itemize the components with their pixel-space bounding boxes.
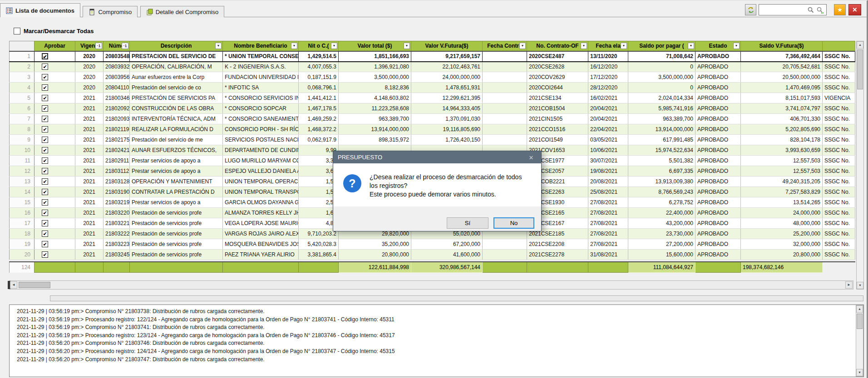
favorites-button[interactable]: ★ [834, 4, 846, 15]
grid-header-vigencia[interactable]: Vigenc·1 [75, 41, 104, 51]
cell-aprobar[interactable]: ✔ [35, 197, 75, 208]
approve-checkbox[interactable]: ✔ [42, 95, 48, 101]
cell-contrato[interactable]: 2020CSE2487 [527, 51, 588, 62]
cell-ssgc[interactable]: SSGC No. [823, 187, 855, 197]
cell-numero[interactable]: 21802093 [104, 114, 130, 124]
cell-saldo_vfutura[interactable]: 25,200,000 [741, 229, 823, 239]
cell-valor_total[interactable]: 13,914,000,000 [339, 124, 411, 135]
cell-vigencia[interactable]: 2021 [75, 239, 104, 250]
cell-vigencia[interactable]: 2021 [75, 208, 104, 218]
cell-aprobar[interactable]: ✔ [35, 187, 75, 197]
cell-estado[interactable]: APROBADO [695, 135, 741, 145]
cell-saldo_vfutura[interactable]: 7,257,583,829 [741, 187, 823, 197]
cell-aprobar[interactable]: ✔ [35, 124, 75, 135]
grid-hscrollbar[interactable]: ◄ ► [9, 280, 853, 290]
filter-icon[interactable]: ▼ [404, 43, 410, 49]
scroll-up-button[interactable]: ▲ [857, 41, 863, 49]
cell-saldo_vfutura[interactable]: 20,500,000,000 [741, 72, 823, 83]
cell-descripcion[interactable]: Prestar servicios de apoyo a [130, 166, 223, 177]
cell-estado[interactable]: APROBADO [695, 103, 741, 114]
cell-valor_vfutura[interactable]: 41,600,000 [411, 250, 483, 260]
cell-num[interactable]: 12 [10, 166, 35, 177]
cell-ssgc[interactable]: SSGC No. [823, 145, 855, 156]
cell-saldo_vfutura[interactable]: 32,000,000 [741, 239, 823, 250]
no-button[interactable]: No [493, 217, 534, 229]
cell-num[interactable]: 4 [10, 83, 35, 93]
cell-valor_total[interactable]: 963,389,700 [339, 114, 411, 124]
cell-ssgc[interactable]: SSGC No. [823, 239, 855, 250]
cell-contrato[interactable]: 2021CIN1505 [527, 114, 588, 124]
cell-descripcion[interactable]: Prestar servicios de apoyo a [130, 156, 223, 166]
cell-aprobar[interactable]: ✔ [35, 145, 75, 156]
cell-estado[interactable]: APROBADO [695, 187, 741, 197]
cell-fecha_contra[interactable] [483, 135, 527, 145]
cell-saldo_vfutura[interactable]: 3,741,074,797 [741, 103, 823, 114]
cell-saldo_pagar[interactable]: 71,008,642 [628, 51, 695, 62]
cell-num[interactable]: 11 [10, 156, 35, 166]
cell-numero[interactable]: 21802175 [104, 135, 130, 145]
cell-fecha_contra[interactable] [483, 124, 527, 135]
cell-numero[interactable]: 21802092 [104, 103, 130, 114]
cell-fecha_ela[interactable]: 20/04/2021 [588, 114, 628, 124]
cell-beneficiario[interactable]: VEGA LOPERA JOSE MAURICIO [223, 218, 299, 229]
cell-estado[interactable]: APROBADO [695, 83, 741, 93]
cell-fecha_ela[interactable]: 22/04/2021 [588, 124, 628, 135]
filter-icon[interactable]: ▼ [581, 43, 587, 49]
cell-valor_total[interactable]: 8,182,836 [339, 83, 411, 93]
cell-fecha_contra[interactable] [483, 114, 527, 124]
cell-saldo_vfutura[interactable]: 7,366,492,464 [741, 51, 823, 62]
cell-numero[interactable]: 21803128 [104, 177, 130, 187]
cell-descripcion[interactable]: Prestación de servicios profe [130, 229, 223, 239]
cell-aprobar[interactable]: ✔ [35, 72, 75, 83]
cell-saldo_pagar[interactable]: 617,991,485 [628, 135, 695, 145]
grid-header-descripcion[interactable]: Descripción▼ [130, 41, 223, 51]
cell-numero[interactable]: 20803548 [104, 51, 130, 62]
cell-ssgc[interactable]: SSGC No. [823, 103, 855, 114]
grid-header-nit[interactable]: Nit o C.(▼ [299, 41, 339, 51]
cell-fecha_ela[interactable]: 27/08/2021 [588, 197, 628, 208]
cell-descripcion[interactable]: Prestación de servicios profe [130, 239, 223, 250]
cell-vigencia[interactable]: 2021 [75, 135, 104, 145]
cell-beneficiario[interactable]: * UNION TEMPORAL CONSERJI [223, 51, 299, 62]
cell-saldo_pagar[interactable]: 27,200,000 [628, 239, 695, 250]
cell-saldo_vfutura[interactable]: 20,705,542,681 [741, 62, 823, 72]
cell-ssgc[interactable]: SSGC No. [823, 51, 855, 62]
filter-icon[interactable]: ▼ [733, 43, 740, 49]
cell-beneficiario[interactable]: LUGO MURILLO MARYAM CONG [223, 156, 299, 166]
cell-ssgc[interactable]: VIGENCIA [823, 93, 855, 103]
cell-vigencia[interactable]: 2021 [75, 177, 104, 187]
cell-fecha_ela[interactable]: 16/12/2020 [588, 62, 628, 72]
cell-vigencia[interactable]: 2021 [75, 187, 104, 197]
cell-vigencia[interactable]: 2021 [75, 197, 104, 208]
cell-beneficiario[interactable]: K - 2 INGENIERIA S.A.S. [223, 62, 299, 72]
cell-estado[interactable]: APROBADO [695, 177, 741, 187]
close-button[interactable]: ✕ [848, 4, 861, 15]
grid-header-ssgc[interactable] [823, 41, 855, 51]
cell-numero[interactable]: 20803932 [104, 62, 130, 72]
tab-detalle-del-compromiso[interactable]: Detalle del Compromiso [140, 6, 225, 17]
cell-num[interactable]: 8 [10, 124, 35, 135]
cell-ssgc[interactable]: SSGC No. [823, 177, 855, 187]
cell-beneficiario[interactable]: DEPARTAMENTO DE CUNDINAM [223, 145, 299, 156]
cell-saldo_pagar[interactable]: 5,985,741,916 [628, 103, 695, 114]
search-next-icon[interactable] [816, 6, 824, 15]
cell-vigencia[interactable]: 2020 [75, 83, 104, 93]
cell-contrato[interactable]: 2020CSE2628 [527, 62, 588, 72]
cell-vigencia[interactable]: 2021 [75, 93, 104, 103]
filter-icon[interactable]: ▼ [621, 43, 627, 49]
cell-beneficiario[interactable]: GARCIA OLMOS DAYANNA GERA [223, 197, 299, 208]
cell-estado[interactable]: APROBADO [695, 156, 741, 166]
cell-saldo_vfutura[interactable]: 20,800,000 [741, 250, 823, 260]
cell-valor_vfutura[interactable]: 1,726,420,150 [411, 135, 483, 145]
cell-ssgc[interactable]: SSGC No. [823, 72, 855, 83]
cell-descripcion[interactable]: Prestación de servicios profe [130, 250, 223, 260]
cell-valor_total[interactable]: 1,851,166,693 [339, 51, 411, 62]
log-scroll-thumb[interactable] [857, 314, 863, 329]
cell-fecha_contra[interactable] [483, 72, 527, 83]
cell-fecha_contra[interactable] [483, 239, 527, 250]
cell-ssgc[interactable]: SSGC No. [823, 197, 855, 208]
cell-saldo_pagar[interactable]: 6,278,752 [628, 197, 695, 208]
cell-saldo_vfutura[interactable]: 48,000,000 [741, 218, 823, 229]
cell-saldo_vfutura[interactable]: 24,000,000 [741, 208, 823, 218]
cell-ssgc[interactable]: SSGC No. [823, 229, 855, 239]
